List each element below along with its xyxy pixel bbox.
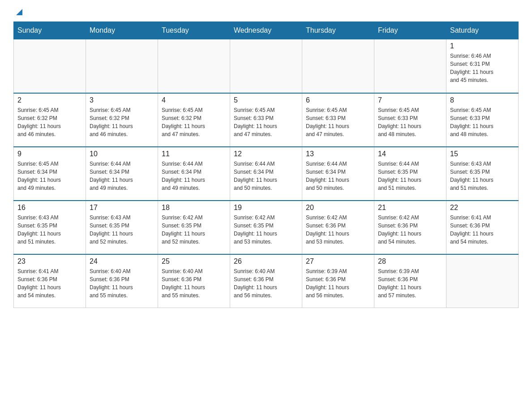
calendar-cell xyxy=(14,39,86,93)
day-info: Sunrise: 6:44 AMSunset: 6:34 PMDaylight:… xyxy=(234,160,298,192)
day-number: 24 xyxy=(90,257,154,265)
calendar-cell: 6Sunrise: 6:45 AMSunset: 6:33 PMDaylight… xyxy=(302,93,374,147)
calendar-cell: 27Sunrise: 6:39 AMSunset: 6:36 PMDayligh… xyxy=(302,254,374,308)
day-number: 17 xyxy=(90,204,154,212)
day-info: Sunrise: 6:45 AMSunset: 6:32 PMDaylight:… xyxy=(162,106,226,138)
calendar-cell: 5Sunrise: 6:45 AMSunset: 6:33 PMDaylight… xyxy=(230,93,302,147)
calendar-cell: 4Sunrise: 6:45 AMSunset: 6:32 PMDaylight… xyxy=(158,93,230,147)
day-number: 3 xyxy=(90,96,154,104)
svg-marker-0 xyxy=(16,9,22,15)
day-number: 28 xyxy=(378,257,442,265)
calendar-cell: 15Sunrise: 6:43 AMSunset: 6:35 PMDayligh… xyxy=(446,147,519,201)
calendar-header-row: SundayMondayTuesdayWednesdayThursdayFrid… xyxy=(14,22,519,39)
calendar-cell xyxy=(158,39,230,93)
calendar-cell: 14Sunrise: 6:44 AMSunset: 6:35 PMDayligh… xyxy=(374,147,446,201)
day-info: Sunrise: 6:41 AMSunset: 6:36 PMDaylight:… xyxy=(17,267,82,300)
day-info: Sunrise: 6:40 AMSunset: 6:36 PMDaylight:… xyxy=(90,267,154,300)
calendar-cell xyxy=(302,39,374,93)
calendar-week-row: 9Sunrise: 6:45 AMSunset: 6:34 PMDaylight… xyxy=(14,147,519,201)
calendar-cell: 7Sunrise: 6:45 AMSunset: 6:33 PMDaylight… xyxy=(374,93,446,147)
calendar-cell: 26Sunrise: 6:40 AMSunset: 6:36 PMDayligh… xyxy=(230,254,302,308)
day-number: 18 xyxy=(162,204,226,212)
calendar-cell: 12Sunrise: 6:44 AMSunset: 6:34 PMDayligh… xyxy=(230,147,302,201)
day-number: 8 xyxy=(450,96,515,104)
calendar-cell: 16Sunrise: 6:43 AMSunset: 6:35 PMDayligh… xyxy=(14,201,86,254)
day-info: Sunrise: 6:42 AMSunset: 6:36 PMDaylight:… xyxy=(306,214,370,246)
day-info: Sunrise: 6:43 AMSunset: 6:35 PMDaylight:… xyxy=(90,214,154,246)
logo xyxy=(13,9,24,17)
day-number: 14 xyxy=(378,150,442,158)
day-header-friday: Friday xyxy=(374,22,446,39)
day-info: Sunrise: 6:44 AMSunset: 6:35 PMDaylight:… xyxy=(378,160,442,192)
calendar-cell: 13Sunrise: 6:44 AMSunset: 6:34 PMDayligh… xyxy=(302,147,374,201)
day-number: 21 xyxy=(378,204,442,212)
day-number: 26 xyxy=(234,257,298,265)
day-number: 23 xyxy=(17,257,82,265)
day-info: Sunrise: 6:45 AMSunset: 6:33 PMDaylight:… xyxy=(306,106,370,138)
calendar-cell xyxy=(230,39,302,93)
day-info: Sunrise: 6:40 AMSunset: 6:36 PMDaylight:… xyxy=(234,267,298,300)
calendar-cell xyxy=(446,254,519,308)
calendar-cell: 10Sunrise: 6:44 AMSunset: 6:34 PMDayligh… xyxy=(86,147,158,201)
calendar-cell xyxy=(374,39,446,93)
day-number: 22 xyxy=(450,204,515,212)
day-header-sunday: Sunday xyxy=(14,22,86,39)
day-number: 20 xyxy=(306,204,370,212)
day-number: 12 xyxy=(234,150,298,158)
day-number: 7 xyxy=(378,96,442,104)
calendar-cell: 8Sunrise: 6:45 AMSunset: 6:33 PMDaylight… xyxy=(446,93,519,147)
day-info: Sunrise: 6:45 AMSunset: 6:32 PMDaylight:… xyxy=(17,106,82,138)
day-number: 10 xyxy=(90,150,154,158)
day-number: 13 xyxy=(306,150,370,158)
day-number: 19 xyxy=(234,204,298,212)
day-info: Sunrise: 6:40 AMSunset: 6:36 PMDaylight:… xyxy=(162,267,226,300)
day-header-thursday: Thursday xyxy=(302,22,374,39)
day-info: Sunrise: 6:41 AMSunset: 6:36 PMDaylight:… xyxy=(450,214,515,246)
calendar-cell xyxy=(86,39,158,93)
day-number: 2 xyxy=(17,96,82,104)
day-info: Sunrise: 6:42 AMSunset: 6:36 PMDaylight:… xyxy=(378,214,442,246)
calendar-cell: 17Sunrise: 6:43 AMSunset: 6:35 PMDayligh… xyxy=(86,201,158,254)
page-header xyxy=(13,9,519,17)
day-info: Sunrise: 6:46 AMSunset: 6:31 PMDaylight:… xyxy=(450,52,515,84)
calendar-cell: 11Sunrise: 6:44 AMSunset: 6:34 PMDayligh… xyxy=(158,147,230,201)
calendar-cell: 22Sunrise: 6:41 AMSunset: 6:36 PMDayligh… xyxy=(446,201,519,254)
calendar-cell: 21Sunrise: 6:42 AMSunset: 6:36 PMDayligh… xyxy=(374,201,446,254)
day-number: 9 xyxy=(17,150,82,158)
day-info: Sunrise: 6:45 AMSunset: 6:33 PMDaylight:… xyxy=(450,106,515,138)
day-info: Sunrise: 6:42 AMSunset: 6:35 PMDaylight:… xyxy=(234,214,298,246)
calendar-cell: 23Sunrise: 6:41 AMSunset: 6:36 PMDayligh… xyxy=(14,254,86,308)
day-info: Sunrise: 6:42 AMSunset: 6:35 PMDaylight:… xyxy=(162,214,226,246)
calendar-cell: 3Sunrise: 6:45 AMSunset: 6:32 PMDaylight… xyxy=(86,93,158,147)
calendar-cell: 20Sunrise: 6:42 AMSunset: 6:36 PMDayligh… xyxy=(302,201,374,254)
calendar-cell: 28Sunrise: 6:39 AMSunset: 6:36 PMDayligh… xyxy=(374,254,446,308)
day-header-saturday: Saturday xyxy=(446,22,519,39)
day-info: Sunrise: 6:45 AMSunset: 6:33 PMDaylight:… xyxy=(234,106,298,138)
calendar-cell: 18Sunrise: 6:42 AMSunset: 6:35 PMDayligh… xyxy=(158,201,230,254)
day-info: Sunrise: 6:45 AMSunset: 6:34 PMDaylight:… xyxy=(17,160,82,192)
calendar-cell: 25Sunrise: 6:40 AMSunset: 6:36 PMDayligh… xyxy=(158,254,230,308)
day-info: Sunrise: 6:43 AMSunset: 6:35 PMDaylight:… xyxy=(450,160,515,192)
calendar-table: SundayMondayTuesdayWednesdayThursdayFrid… xyxy=(13,21,519,308)
day-number: 27 xyxy=(306,257,370,265)
day-number: 15 xyxy=(450,150,515,158)
day-number: 4 xyxy=(162,96,226,104)
day-header-monday: Monday xyxy=(86,22,158,39)
calendar-cell: 19Sunrise: 6:42 AMSunset: 6:35 PMDayligh… xyxy=(230,201,302,254)
day-info: Sunrise: 6:45 AMSunset: 6:33 PMDaylight:… xyxy=(378,106,442,138)
day-number: 5 xyxy=(234,96,298,104)
day-info: Sunrise: 6:43 AMSunset: 6:35 PMDaylight:… xyxy=(17,214,82,246)
calendar-cell: 2Sunrise: 6:45 AMSunset: 6:32 PMDaylight… xyxy=(14,93,86,147)
day-number: 1 xyxy=(450,42,515,50)
day-info: Sunrise: 6:44 AMSunset: 6:34 PMDaylight:… xyxy=(162,160,226,192)
day-info: Sunrise: 6:45 AMSunset: 6:32 PMDaylight:… xyxy=(90,106,154,138)
day-info: Sunrise: 6:44 AMSunset: 6:34 PMDaylight:… xyxy=(306,160,370,192)
calendar-week-row: 2Sunrise: 6:45 AMSunset: 6:32 PMDaylight… xyxy=(14,93,519,147)
calendar-cell: 1Sunrise: 6:46 AMSunset: 6:31 PMDaylight… xyxy=(446,39,519,93)
calendar-week-row: 1Sunrise: 6:46 AMSunset: 6:31 PMDaylight… xyxy=(14,39,519,93)
calendar-week-row: 23Sunrise: 6:41 AMSunset: 6:36 PMDayligh… xyxy=(14,254,519,308)
calendar-cell: 9Sunrise: 6:45 AMSunset: 6:34 PMDaylight… xyxy=(14,147,86,201)
day-number: 11 xyxy=(162,150,226,158)
day-number: 16 xyxy=(17,204,82,212)
day-info: Sunrise: 6:39 AMSunset: 6:36 PMDaylight:… xyxy=(378,267,442,300)
